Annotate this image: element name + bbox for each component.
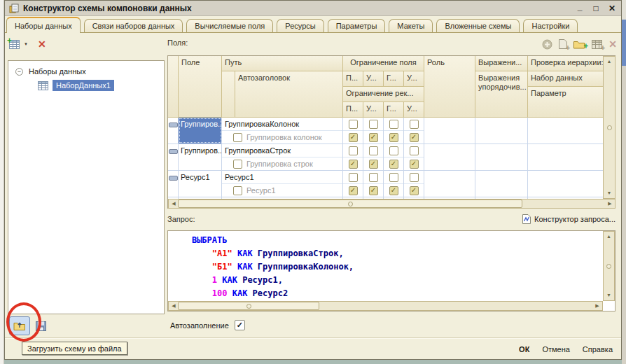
tree-root-row[interactable]: − Наборы данных bbox=[8, 64, 164, 78]
record-restriction-checkbox[interactable]: ✓ bbox=[349, 160, 358, 169]
tree-dataset-row[interactable]: НаборДанных1 bbox=[8, 78, 164, 92]
header-rr-col-1[interactable]: П... bbox=[343, 102, 363, 118]
tab-5[interactable]: Параметры bbox=[328, 19, 386, 32]
add-table-button-disabled[interactable]: + bbox=[592, 40, 602, 49]
row-drag-handle[interactable] bbox=[168, 118, 179, 144]
expression-cell[interactable] bbox=[475, 144, 528, 170]
tab-7[interactable]: Вложенные схемы bbox=[436, 19, 520, 32]
close-button[interactable]: ✕ bbox=[607, 4, 617, 13]
header-record-restriction[interactable]: Ограничение рек... bbox=[343, 87, 424, 102]
add-field-button-disabled[interactable] bbox=[542, 39, 552, 50]
record-restriction-checkbox[interactable]: ✓ bbox=[389, 133, 398, 142]
scrollbar-thumb[interactable] bbox=[178, 200, 522, 208]
field-restriction-checkbox[interactable] bbox=[349, 146, 358, 155]
query-text-box[interactable]: ВЫБРАТЬ "А1" КАК ГруппировкаСтрок, "Б1" … bbox=[167, 230, 615, 312]
scroll-up-icon[interactable]: ▲ bbox=[604, 232, 614, 241]
field-cell[interactable]: Ресурс1 bbox=[179, 171, 222, 197]
hierarchy-cell[interactable] bbox=[528, 171, 604, 197]
collapse-icon[interactable]: − bbox=[15, 68, 23, 76]
add-field-from-page-button-disabled[interactable]: + bbox=[559, 39, 567, 49]
tab-2[interactable]: Связи наборов данных bbox=[84, 19, 183, 32]
header-path[interactable]: Путь bbox=[222, 56, 343, 71]
path-cell[interactable]: ГруппировкаСтрок bbox=[222, 144, 342, 158]
fields-table-hscrollbar[interactable]: ◀ ▶ bbox=[168, 199, 615, 209]
load-schema-button[interactable] bbox=[9, 316, 30, 335]
delete-dataset-button[interactable]: ✕ bbox=[38, 38, 46, 50]
field-restriction-checkbox[interactable] bbox=[410, 146, 419, 155]
use-checkbox[interactable] bbox=[233, 133, 242, 142]
scroll-down-icon[interactable]: ▼ bbox=[604, 291, 614, 300]
tab-3[interactable]: Вычисляемые поля bbox=[186, 19, 273, 32]
header-fr-col-2[interactable]: У... bbox=[363, 71, 384, 87]
header-hierarchy-dataset[interactable]: Набор данных bbox=[528, 71, 604, 87]
hierarchy-cell[interactable] bbox=[528, 144, 604, 170]
field-restriction-checkbox[interactable] bbox=[369, 173, 378, 182]
header-rr-col-4[interactable]: У... bbox=[404, 102, 424, 118]
datasets-tree[interactable]: − Наборы данных НаборДанных1 bbox=[8, 60, 165, 314]
tab-6[interactable]: Макеты bbox=[389, 19, 433, 32]
header-role[interactable]: Роль bbox=[424, 56, 475, 118]
add-dataset-button[interactable]: + bbox=[9, 40, 20, 49]
minimize-button[interactable]: _ bbox=[575, 2, 585, 12]
record-restriction-checkbox[interactable]: ✓ bbox=[410, 133, 419, 142]
header-fr-col-3[interactable]: Г... bbox=[384, 71, 404, 87]
row-drag-handle[interactable] bbox=[168, 144, 179, 170]
dataset-item-selected[interactable]: НаборДанных1 bbox=[53, 80, 114, 91]
header-hierarchy[interactable]: Проверка иерархии: bbox=[528, 56, 604, 71]
role-cell[interactable] bbox=[424, 144, 475, 170]
record-restriction-checkbox[interactable]: ✓ bbox=[349, 186, 358, 195]
query-code[interactable]: ВЫБРАТЬ "А1" КАК ГруппировкаСтрок, "Б1" … bbox=[169, 234, 602, 300]
field-restriction-checkbox[interactable] bbox=[389, 146, 398, 155]
field-restriction-checkbox[interactable] bbox=[389, 120, 398, 129]
role-cell[interactable] bbox=[424, 171, 475, 197]
record-restriction-checkbox[interactable]: ✓ bbox=[410, 186, 419, 195]
ok-button[interactable]: ОК bbox=[519, 345, 529, 354]
header-auto-header[interactable]: Автозаголовок bbox=[235, 71, 343, 118]
field-restriction-checkbox[interactable] bbox=[369, 146, 378, 155]
hierarchy-cell[interactable] bbox=[528, 118, 604, 144]
record-restriction-checkbox[interactable]: ✓ bbox=[389, 186, 398, 195]
field-restriction-checkbox[interactable] bbox=[410, 173, 419, 182]
header-expression[interactable]: Выражени... bbox=[475, 56, 528, 71]
record-restriction-checkbox[interactable]: ✓ bbox=[410, 160, 419, 169]
path-cell[interactable]: Ресурс1 bbox=[222, 171, 342, 184]
field-restriction-checkbox[interactable] bbox=[389, 173, 398, 182]
help-button[interactable]: Справка bbox=[583, 345, 613, 354]
tab-4[interactable]: Ресурсы bbox=[277, 19, 324, 32]
record-restriction-checkbox[interactable]: ✓ bbox=[369, 160, 378, 169]
query-hscrollbar[interactable]: ◀ ▶ bbox=[168, 301, 603, 311]
tab-1[interactable]: Наборы данных bbox=[6, 17, 81, 33]
fields-table-vscrollbar[interactable]: ▲ ▼ bbox=[603, 56, 615, 199]
row-drag-handle[interactable] bbox=[168, 171, 179, 197]
title-bar[interactable]: Конструктор схемы компоновки данных _ □ … bbox=[5, 1, 621, 16]
use-checkbox[interactable] bbox=[233, 160, 242, 169]
field-cell[interactable]: Группиров... bbox=[179, 144, 222, 170]
header-field-restriction[interactable]: Ограничение поля bbox=[343, 56, 424, 71]
field-restriction-checkbox[interactable] bbox=[349, 173, 358, 182]
field-restriction-checkbox[interactable] bbox=[410, 120, 419, 129]
field-restriction-checkbox[interactable] bbox=[369, 120, 378, 129]
path-cell[interactable]: ГруппировкаКолонок bbox=[222, 118, 342, 131]
header-field[interactable]: Поле bbox=[179, 56, 222, 118]
delete-field-button-disabled[interactable]: ✕ bbox=[608, 38, 617, 50]
header-expression-sub[interactable]: Выражения упорядочив... bbox=[475, 71, 528, 118]
record-restriction-checkbox[interactable]: ✓ bbox=[369, 186, 378, 195]
header-rr-col-2[interactable]: У... bbox=[363, 102, 384, 118]
field-restriction-checkbox[interactable] bbox=[349, 120, 358, 129]
header-fr-col-1[interactable]: П... bbox=[343, 71, 363, 87]
add-dataset-dropdown-icon[interactable]: ▼ bbox=[24, 42, 28, 46]
header-rr-col-3[interactable]: Г... bbox=[384, 102, 404, 118]
field-cell[interactable]: Группиров... bbox=[179, 118, 222, 144]
query-vscrollbar[interactable]: ▲ ▼ bbox=[603, 231, 615, 301]
query-designer-button[interactable]: Конструктор запроса... bbox=[488, 213, 615, 225]
record-restriction-checkbox[interactable]: ✓ bbox=[389, 160, 398, 169]
record-restriction-checkbox[interactable]: ✓ bbox=[349, 133, 358, 142]
expression-cell[interactable] bbox=[475, 171, 528, 197]
header-hierarchy-parameter[interactable]: Параметр bbox=[528, 87, 604, 118]
scroll-up-icon[interactable]: ▲ bbox=[604, 57, 615, 66]
scrollbar-thumb[interactable] bbox=[178, 302, 319, 310]
tab-8[interactable]: Настройки bbox=[523, 19, 578, 32]
scroll-down-icon[interactable]: ▼ bbox=[604, 189, 615, 197]
expression-cell[interactable] bbox=[475, 118, 528, 144]
role-cell[interactable] bbox=[424, 118, 475, 144]
